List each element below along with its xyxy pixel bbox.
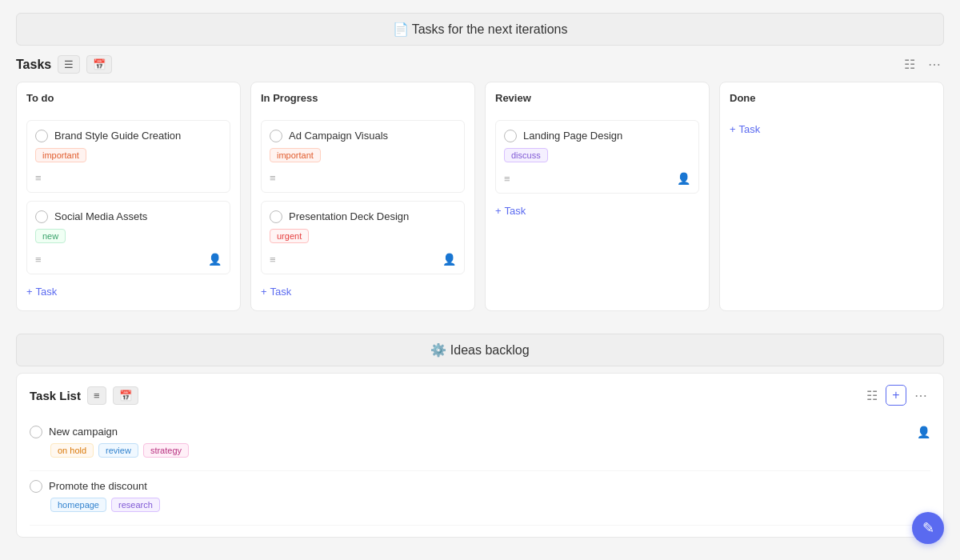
- list-icon-landing: ≡: [504, 173, 510, 185]
- list-icon-brand: ≡: [35, 172, 42, 184]
- task-list-header-left: Task List ≡ 📅: [30, 386, 138, 405]
- fab-edit-icon: ✎: [922, 519, 934, 537]
- task-card-ad-campaign-meta: ≡: [270, 172, 456, 184]
- fab-edit-btn[interactable]: ✎: [912, 512, 944, 544]
- column-inprogress-header: In Progress: [261, 92, 465, 110]
- tasklist-view-list-btn[interactable]: ≡: [87, 386, 106, 405]
- list-icon-pres: ≡: [270, 254, 276, 266]
- list-item-new-campaign-tags: on hold review strategy: [30, 443, 930, 462]
- tasks-view-list-btn[interactable]: ☰: [58, 55, 80, 74]
- task-card-brand-style-meta: ≡: [35, 172, 222, 184]
- column-done: Done + Task: [719, 82, 944, 311]
- task-radio-social-media[interactable]: [35, 210, 48, 223]
- task-card-brand-style: Brand Style Guide Creation important ≡: [26, 120, 230, 193]
- add-plus-inprogress: +: [261, 286, 267, 298]
- add-task-review-btn[interactable]: + Task: [495, 202, 526, 220]
- add-task-inprogress-label: Task: [270, 286, 292, 298]
- list-item-promote-tags: homepage research: [30, 498, 930, 517]
- person-icon-pres: 👤: [442, 253, 456, 266]
- tasklist-add-btn[interactable]: +: [886, 385, 906, 406]
- tasklist-view-cal-btn[interactable]: 📅: [113, 386, 138, 405]
- add-task-done-label: Task: [739, 123, 761, 135]
- tag-urgent-1: urgent: [270, 229, 456, 248]
- list-item-promote-discount-title: Promote the discount: [30, 479, 930, 493]
- task-name-ad-campaign: Ad Campaign Visuals: [289, 129, 388, 143]
- tasks-grid-view-btn[interactable]: ☷: [901, 55, 918, 74]
- task-card-social-media-title: Social Media Assets: [35, 210, 222, 224]
- task-card-ad-campaign: Ad Campaign Visuals important ≡: [261, 120, 465, 193]
- task-card-brand-style-title: Brand Style Guide Creation: [35, 129, 222, 143]
- task-card-landing-page: Landing Page Design discuss ≡ 👤: [495, 120, 699, 194]
- column-review-header: Review: [495, 92, 699, 110]
- add-task-todo-label: Task: [36, 286, 58, 298]
- tasklist-grid-btn[interactable]: ☷: [863, 386, 881, 405]
- column-done-header: Done: [730, 92, 934, 110]
- add-plus-review: +: [495, 205, 502, 217]
- tag-review: review: [98, 443, 138, 458]
- tasks-header: Tasks ☰ 📅 ☷ ⋯: [16, 46, 944, 82]
- list-item-radio-promote[interactable]: [30, 480, 42, 493]
- ideas-section-header: ⚙️ Ideas backlog: [16, 334, 944, 366]
- task-card-presentation-title: Presentation Deck Design: [270, 210, 456, 224]
- tag-homepage: homepage: [50, 498, 106, 512]
- column-inprogress: In Progress Ad Campaign Visuals importan…: [250, 82, 475, 311]
- tasks-title: Tasks: [16, 58, 51, 72]
- list-icon-ad: ≡: [270, 172, 276, 184]
- task-radio-ad-campaign[interactable]: [270, 130, 282, 142]
- task-list-header: Task List ≡ 📅 ☷ + ⋯: [30, 385, 930, 406]
- task-card-social-media: Social Media Assets new ≡ 👤: [26, 201, 230, 274]
- person-icon-landing: 👤: [677, 172, 690, 185]
- tasks-header-right: ☷ ⋯: [901, 55, 944, 74]
- add-task-done-btn[interactable]: + Task: [730, 120, 760, 138]
- list-item-name-promote: Promote the discount: [49, 480, 147, 492]
- task-list-container: Task List ≡ 📅 ☷ + ⋯ New campaign �: [16, 373, 944, 538]
- tag-on-hold: on hold: [50, 443, 94, 458]
- tag-discuss-1: discuss: [504, 148, 690, 167]
- task-name-social-media: Social Media Assets: [54, 210, 147, 224]
- task-card-ad-campaign-title: Ad Campaign Visuals: [270, 129, 456, 143]
- add-task-review-label: Task: [505, 205, 526, 217]
- person-icon-new-campaign: 👤: [917, 426, 930, 438]
- tasks-view-cal-btn[interactable]: 📅: [86, 55, 112, 74]
- tasks-section: Tasks ☰ 📅 ☷ ⋯ To do Brand Style Guide Cr…: [0, 46, 960, 321]
- tasks-header-left: Tasks ☰ 📅: [16, 55, 112, 74]
- task-card-presentation: Presentation Deck Design urgent ≡ 👤: [261, 201, 465, 274]
- column-todo: To do Brand Style Guide Creation importa…: [16, 82, 241, 311]
- column-review: Review Landing Page Design discuss ≡ 👤: [485, 82, 710, 311]
- list-item-new-campaign-title: New campaign 👤: [30, 425, 930, 438]
- task-radio-presentation[interactable]: [270, 210, 282, 223]
- task-card-landing-meta: ≡ 👤: [504, 172, 690, 185]
- list-item-name-new-campaign: New campaign: [49, 426, 118, 438]
- tasks-more-btn[interactable]: ⋯: [925, 55, 944, 74]
- task-list-title: Task List: [30, 389, 81, 402]
- tag-important-2: important: [270, 148, 456, 167]
- person-icon-social: 👤: [208, 253, 222, 266]
- task-name-brand-style: Brand Style Guide Creation: [54, 129, 181, 143]
- task-list-header-right: ☷ + ⋯: [863, 385, 930, 406]
- task-card-presentation-meta: ≡ 👤: [270, 253, 456, 266]
- tasklist-more-btn[interactable]: ⋯: [911, 386, 930, 405]
- task-card-landing-page-title: Landing Page Design: [504, 129, 690, 143]
- task-radio-landing[interactable]: [504, 130, 517, 142]
- add-task-todo-btn[interactable]: + Task: [26, 282, 57, 301]
- tag-strategy: strategy: [143, 443, 189, 458]
- tag-research: research: [111, 498, 160, 512]
- task-name-landing: Landing Page Design: [523, 129, 622, 143]
- kanban-board: To do Brand Style Guide Creation importa…: [16, 82, 944, 321]
- list-item-promote-discount: Promote the discount homepage research: [30, 471, 930, 526]
- task-name-presentation: Presentation Deck Design: [289, 210, 409, 224]
- list-item-new-campaign: New campaign 👤 on hold review strategy: [30, 417, 930, 471]
- add-task-inprogress-btn[interactable]: + Task: [261, 282, 291, 301]
- list-icon-social: ≡: [35, 254, 42, 266]
- tasks-section-header: 📄 Tasks for the next iterations: [16, 13, 944, 46]
- task-radio-brand-style[interactable]: [35, 130, 48, 142]
- ideas-section: Task List ≡ 📅 ☷ + ⋯ New campaign �: [0, 373, 960, 538]
- list-item-radio-new-campaign[interactable]: [30, 426, 42, 438]
- add-plus-done: +: [730, 123, 736, 135]
- add-plus-todo: +: [26, 286, 33, 298]
- column-todo-header: To do: [26, 92, 230, 110]
- task-card-social-media-meta: ≡ 👤: [35, 253, 222, 266]
- tag-new-1: new: [35, 229, 222, 248]
- tag-important-1: important: [35, 148, 222, 167]
